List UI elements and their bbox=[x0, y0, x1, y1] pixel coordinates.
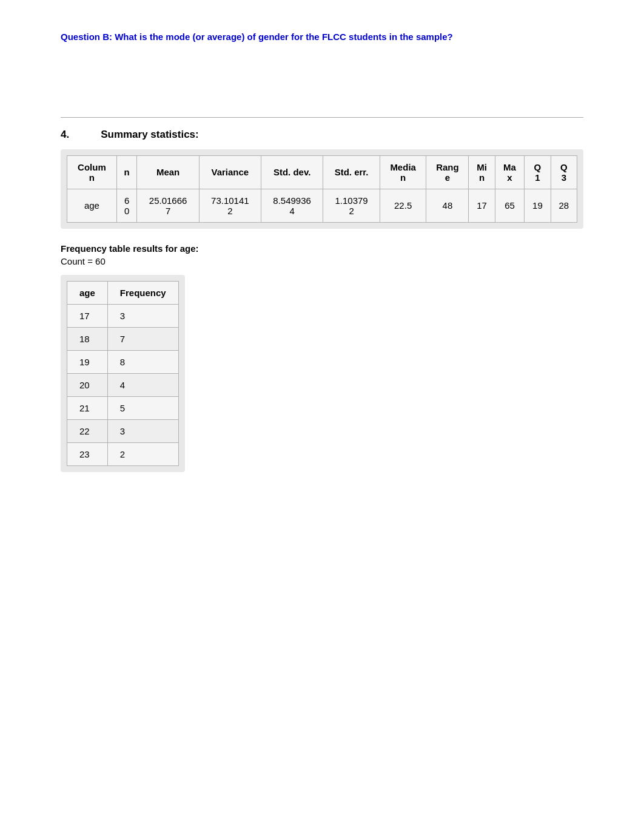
freq-col-frequency: Frequency bbox=[107, 281, 178, 304]
summary-table-header-row: Column n Mean Variance Std. dev. Std. er… bbox=[67, 155, 577, 189]
cell-variance: 73.101412 bbox=[199, 189, 261, 222]
freq-age-21: 21 bbox=[67, 396, 108, 419]
col-header-n: n bbox=[116, 155, 137, 189]
freq-label: Frequency table results for age: bbox=[61, 243, 583, 254]
question-b-label: Question B: bbox=[61, 32, 112, 42]
freq-val-23: 2 bbox=[107, 442, 178, 465]
cell-mean: 25.016667 bbox=[137, 189, 199, 222]
question-b-text: What is the mode (or average) of gender … bbox=[115, 32, 453, 42]
section-number: 4. bbox=[61, 129, 69, 140]
freq-row-17: 17 3 bbox=[67, 304, 179, 327]
col-header-range: Range bbox=[426, 155, 469, 189]
col-header-column-n: Column bbox=[67, 155, 117, 189]
col-header-median: Median bbox=[380, 155, 426, 189]
freq-age-19: 19 bbox=[67, 350, 108, 373]
freq-age-18: 18 bbox=[67, 327, 108, 350]
cell-n: 60 bbox=[116, 189, 137, 222]
col-header-std-dev: Std. dev. bbox=[261, 155, 323, 189]
freq-row-21: 21 5 bbox=[67, 396, 179, 419]
question-b: Question B: What is the mode (or average… bbox=[61, 30, 583, 44]
freq-table-wrapper: age Frequency 17 3 18 7 19 8 20 4 21 bbox=[61, 275, 185, 472]
freq-count: Count = 60 bbox=[61, 256, 583, 266]
cell-std-err: 1.103792 bbox=[323, 189, 380, 222]
cell-q3: 28 bbox=[551, 189, 577, 222]
freq-age-17: 17 bbox=[67, 304, 108, 327]
freq-val-22: 3 bbox=[107, 419, 178, 442]
col-header-min: Min bbox=[469, 155, 495, 189]
freq-age-23: 23 bbox=[67, 442, 108, 465]
cell-median: 22.5 bbox=[380, 189, 426, 222]
freq-row-19: 19 8 bbox=[67, 350, 179, 373]
freq-row-23: 23 2 bbox=[67, 442, 179, 465]
cell-column: age bbox=[67, 189, 117, 222]
col-header-max: Max bbox=[495, 155, 525, 189]
col-header-mean: Mean bbox=[137, 155, 199, 189]
freq-header-row: age Frequency bbox=[67, 281, 179, 304]
freq-val-21: 5 bbox=[107, 396, 178, 419]
freq-col-age: age bbox=[67, 281, 108, 304]
freq-row-18: 18 7 bbox=[67, 327, 179, 350]
section-divider bbox=[61, 117, 583, 118]
cell-range: 48 bbox=[426, 189, 469, 222]
cell-q1: 19 bbox=[525, 189, 551, 222]
col-header-variance: Variance bbox=[199, 155, 261, 189]
freq-val-19: 8 bbox=[107, 350, 178, 373]
freq-table: age Frequency 17 3 18 7 19 8 20 4 21 bbox=[67, 281, 179, 466]
freq-val-20: 4 bbox=[107, 373, 178, 396]
freq-row-20: 20 4 bbox=[67, 373, 179, 396]
cell-max: 65 bbox=[495, 189, 525, 222]
summary-table: Column n Mean Variance Std. dev. Std. er… bbox=[67, 155, 577, 223]
freq-row-22: 22 3 bbox=[67, 419, 179, 442]
freq-age-20: 20 bbox=[67, 373, 108, 396]
cell-min: 17 bbox=[469, 189, 495, 222]
freq-age-22: 22 bbox=[67, 419, 108, 442]
col-header-std-err: Std. err. bbox=[323, 155, 380, 189]
cell-std-dev: 8.5499364 bbox=[261, 189, 323, 222]
summary-table-wrapper: Column n Mean Variance Std. dev. Std. er… bbox=[61, 149, 583, 229]
summary-table-row: age 60 25.016667 73.101412 8.5499364 1.1… bbox=[67, 189, 577, 222]
col-header-q1: Q1 bbox=[525, 155, 551, 189]
freq-val-18: 7 bbox=[107, 327, 178, 350]
col-header-q3: Q3 bbox=[551, 155, 577, 189]
section-title: Summary statistics: bbox=[101, 129, 199, 140]
section-header: 4. Summary statistics: bbox=[61, 129, 583, 141]
freq-val-17: 3 bbox=[107, 304, 178, 327]
